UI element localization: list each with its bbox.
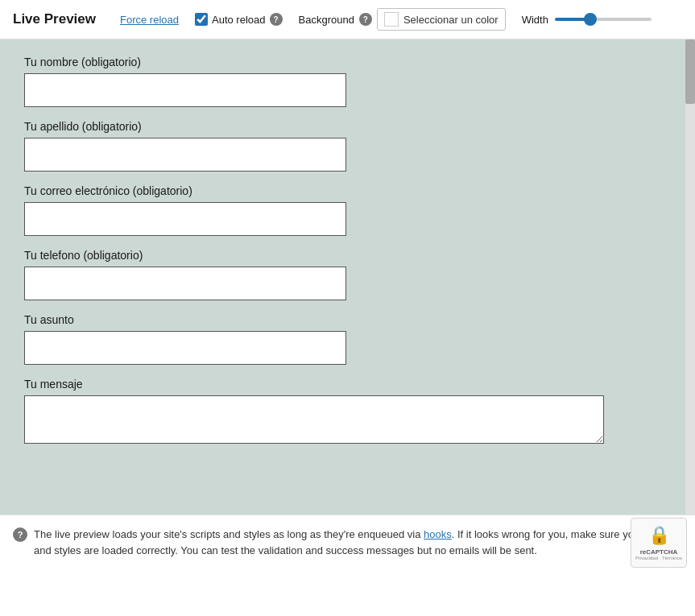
form-field-5: Tu mensaje bbox=[24, 378, 403, 444]
form-input-correo[interactable] bbox=[24, 202, 346, 236]
info-icon: ? bbox=[13, 527, 27, 542]
info-text: The live preview loads your site's scrip… bbox=[34, 527, 682, 558]
form-label-4: Tu asunto bbox=[24, 313, 403, 326]
form-container: Tu nombre (obligatorio) Tu apellido (obl… bbox=[24, 56, 403, 444]
form-field-3: Tu telefono (obligatorio) bbox=[24, 249, 403, 300]
form-label-1: Tu apellido (obligatorio) bbox=[24, 120, 403, 133]
info-text-before: The live preview loads your site's scrip… bbox=[34, 528, 424, 540]
form-field-4: Tu asunto bbox=[24, 313, 403, 365]
scrollbar[interactable] bbox=[685, 39, 695, 515]
form-label-5: Tu mensaje bbox=[24, 378, 403, 391]
info-bar: ? The live preview loads your site's scr… bbox=[0, 515, 695, 569]
form-input-telefono[interactable] bbox=[24, 267, 346, 300]
form-label-2: Tu correo electrónico (obligatorio) bbox=[24, 184, 403, 197]
form-input-apellido[interactable] bbox=[24, 138, 346, 172]
auto-reload-checkbox[interactable] bbox=[195, 13, 208, 26]
hooks-link[interactable]: hooks bbox=[424, 528, 452, 540]
auto-reload-group: Auto reload ? bbox=[195, 13, 283, 26]
color-picker-label: Seleccionar un color bbox=[403, 14, 498, 26]
form-label-3: Tu telefono (obligatorio) bbox=[24, 249, 403, 262]
page-title: Live Preview bbox=[13, 11, 96, 27]
form-textarea-mensaje[interactable] bbox=[24, 395, 604, 444]
auto-reload-label: Auto reload bbox=[212, 14, 266, 26]
preview-area: Tu nombre (obligatorio) Tu apellido (obl… bbox=[0, 39, 695, 515]
width-label: Width bbox=[522, 14, 548, 26]
background-label: Background bbox=[299, 14, 354, 26]
form-field-0: Tu nombre (obligatorio) bbox=[24, 56, 403, 107]
scrollbar-thumb bbox=[685, 39, 695, 104]
width-group: Width bbox=[522, 14, 652, 26]
background-help-icon[interactable]: ? bbox=[359, 13, 372, 26]
recaptcha-terms: Términos bbox=[662, 556, 682, 560]
color-picker-button[interactable]: Seleccionar un color bbox=[377, 8, 506, 31]
background-group: Background ? Seleccionar un color bbox=[299, 8, 506, 31]
recaptcha-privacy: Privacidad bbox=[635, 556, 658, 560]
top-bar: Live Preview Force reload Auto reload ? … bbox=[0, 0, 695, 39]
form-input-asunto[interactable] bbox=[24, 331, 346, 365]
force-reload-link[interactable]: Force reload bbox=[120, 14, 179, 26]
width-slider[interactable] bbox=[555, 18, 652, 21]
recaptcha-badge: 🔒 reCAPTCHA Privacidad · Términos bbox=[631, 518, 687, 568]
form-field-2: Tu correo electrónico (obligatorio) bbox=[24, 184, 403, 236]
recaptcha-logo-icon: 🔒 bbox=[648, 525, 670, 546]
form-field-1: Tu apellido (obligatorio) bbox=[24, 120, 403, 172]
auto-reload-help-icon[interactable]: ? bbox=[270, 13, 283, 26]
color-swatch bbox=[384, 12, 399, 27]
recaptcha-links: Privacidad · Términos bbox=[635, 556, 682, 560]
form-input-nombre[interactable] bbox=[24, 73, 346, 107]
recaptcha-label: reCAPTCHA bbox=[640, 548, 678, 556]
form-label-0: Tu nombre (obligatorio) bbox=[24, 56, 403, 68]
